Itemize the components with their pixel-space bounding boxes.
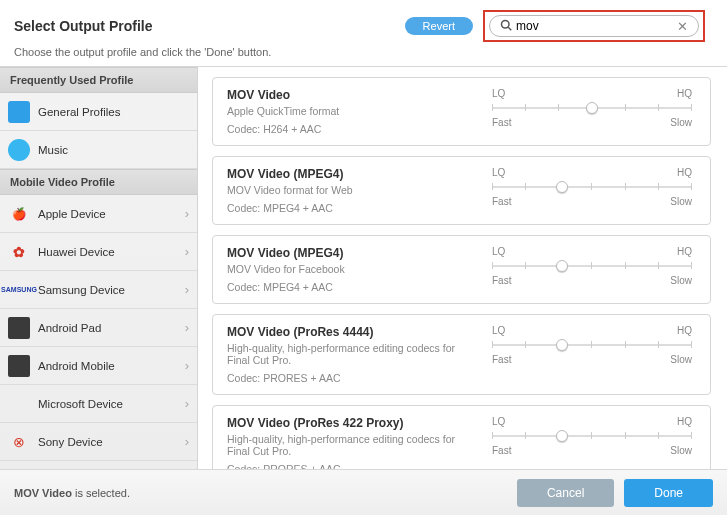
- sony-icon: ⊗: [8, 431, 30, 453]
- music-icon: [8, 139, 30, 161]
- sidebar-item-label: Android Pad: [38, 322, 177, 334]
- profile-codec: Codec: PRORES + AAC: [227, 372, 472, 384]
- sidebar-section-frequent: Frequently Used Profile: [0, 67, 197, 93]
- profile-title: MOV Video (MPEG4): [227, 246, 472, 260]
- sidebar-item-label: Apple Device: [38, 208, 177, 220]
- quality-slider[interactable]: [492, 180, 692, 194]
- profile-card[interactable]: MOV Video (MPEG4) MOV Video for Facebook…: [212, 235, 711, 304]
- slider-label-slow: Slow: [670, 354, 692, 365]
- search-highlight: ✕: [483, 10, 705, 42]
- profile-codec: Codec: MPEG4 + AAC: [227, 202, 472, 214]
- footer: MOV Video is selected. Cancel Done: [0, 469, 727, 515]
- android-icon: [8, 355, 30, 377]
- quality-slider[interactable]: [492, 259, 692, 273]
- sidebar-section-mobile: Mobile Video Profile: [0, 169, 197, 195]
- svg-line-1: [508, 27, 511, 30]
- slider-label-lq: LQ: [492, 167, 505, 178]
- slider-knob[interactable]: [556, 430, 568, 442]
- chevron-right-icon: ›: [185, 244, 189, 259]
- search-field[interactable]: ✕: [489, 15, 699, 37]
- sidebar-item-samsung[interactable]: SAMSUNG Samsung Device ›: [0, 271, 197, 309]
- quality-slider[interactable]: [492, 338, 692, 352]
- slider-label-lq: LQ: [492, 416, 505, 427]
- slider-label-fast: Fast: [492, 117, 511, 128]
- sidebar-item-label: General Profiles: [38, 106, 189, 118]
- tv-icon: [8, 101, 30, 123]
- sidebar-item-label: Microsoft Device: [38, 398, 177, 410]
- slider-label-fast: Fast: [492, 275, 511, 286]
- chevron-right-icon: ›: [185, 320, 189, 335]
- quality-slider[interactable]: [492, 429, 692, 443]
- profile-card[interactable]: MOV Video (MPEG4) MOV Video format for W…: [212, 156, 711, 225]
- selection-status: MOV Video is selected.: [14, 487, 507, 499]
- slider-label-hq: HQ: [677, 416, 692, 427]
- slider-knob[interactable]: [556, 260, 568, 272]
- sidebar-item-sony[interactable]: ⊗ Sony Device ›: [0, 423, 197, 461]
- slider-label-slow: Slow: [670, 196, 692, 207]
- slider-label-fast: Fast: [492, 196, 511, 207]
- profile-title: MOV Video (ProRes 4444): [227, 325, 472, 339]
- sidebar-item-android-mobile[interactable]: Android Mobile ›: [0, 347, 197, 385]
- done-button[interactable]: Done: [624, 479, 713, 507]
- profile-desc: High-quality, high-performance editing c…: [227, 433, 472, 457]
- slider-label-slow: Slow: [670, 275, 692, 286]
- profile-card[interactable]: MOV Video (ProRes 422 Proxy) High-qualit…: [212, 405, 711, 476]
- search-icon: [500, 19, 512, 34]
- sidebar-item-apple[interactable]: 🍎 Apple Device ›: [0, 195, 197, 233]
- profile-list[interactable]: MOV Video Apple QuickTime format Codec: …: [198, 67, 727, 476]
- chevron-right-icon: ›: [185, 434, 189, 449]
- slider-label-hq: HQ: [677, 246, 692, 257]
- profile-codec: Codec: MPEG4 + AAC: [227, 281, 472, 293]
- profile-title: MOV Video (MPEG4): [227, 167, 472, 181]
- search-input[interactable]: [512, 17, 677, 35]
- quality-slider[interactable]: [492, 101, 692, 115]
- profile-title: MOV Video (ProRes 422 Proxy): [227, 416, 472, 430]
- profile-title: MOV Video: [227, 88, 472, 102]
- slider-label-fast: Fast: [492, 354, 511, 365]
- chevron-right-icon: ›: [185, 358, 189, 373]
- selected-profile-name: MOV Video: [14, 487, 72, 499]
- slider-label-lq: LQ: [492, 88, 505, 99]
- svg-point-0: [502, 20, 510, 28]
- profile-codec: Codec: H264 + AAC: [227, 123, 472, 135]
- slider-knob[interactable]: [556, 339, 568, 351]
- slider-label-hq: HQ: [677, 167, 692, 178]
- slider-label-lq: LQ: [492, 246, 505, 257]
- profile-desc: Apple QuickTime format: [227, 105, 472, 117]
- microsoft-icon: [8, 393, 30, 415]
- profile-card[interactable]: MOV Video Apple QuickTime format Codec: …: [212, 77, 711, 146]
- header: Select Output Profile Revert ✕ Choose th…: [0, 0, 727, 66]
- slider-label-lq: LQ: [492, 325, 505, 336]
- slider-label-hq: HQ: [677, 325, 692, 336]
- slider-label-slow: Slow: [670, 445, 692, 456]
- profile-desc: MOV Video format for Web: [227, 184, 472, 196]
- samsung-icon: SAMSUNG: [8, 279, 30, 301]
- sidebar-item-general[interactable]: General Profiles: [0, 93, 197, 131]
- slider-knob[interactable]: [556, 181, 568, 193]
- clear-icon[interactable]: ✕: [677, 19, 688, 34]
- profile-desc: High-quality, high-performance editing c…: [227, 342, 472, 366]
- slider-knob[interactable]: [586, 102, 598, 114]
- cancel-button[interactable]: Cancel: [517, 479, 614, 507]
- page-subtitle: Choose the output profile and click the …: [14, 46, 713, 58]
- page-title: Select Output Profile: [14, 18, 152, 34]
- sidebar-item-android-pad[interactable]: Android Pad ›: [0, 309, 197, 347]
- slider-label-slow: Slow: [670, 117, 692, 128]
- huawei-icon: ✿: [8, 241, 30, 263]
- sidebar-item-huawei[interactable]: ✿ Huawei Device ›: [0, 233, 197, 271]
- sidebar-item-label: Samsung Device: [38, 284, 177, 296]
- sidebar-item-music[interactable]: Music: [0, 131, 197, 169]
- profile-card[interactable]: MOV Video (ProRes 4444) High-quality, hi…: [212, 314, 711, 395]
- profile-desc: MOV Video for Facebook: [227, 263, 472, 275]
- sidebar-item-microsoft[interactable]: Microsoft Device ›: [0, 385, 197, 423]
- chevron-right-icon: ›: [185, 396, 189, 411]
- slider-label-fast: Fast: [492, 445, 511, 456]
- sidebar-item-label: Music: [38, 144, 189, 156]
- slider-label-hq: HQ: [677, 88, 692, 99]
- chevron-right-icon: ›: [185, 206, 189, 221]
- sidebar-item-label: Huawei Device: [38, 246, 177, 258]
- sidebar-item-label: Sony Device: [38, 436, 177, 448]
- apple-icon: 🍎: [8, 203, 30, 225]
- sidebar: Frequently Used Profile General Profiles…: [0, 67, 198, 476]
- revert-button[interactable]: Revert: [405, 17, 473, 35]
